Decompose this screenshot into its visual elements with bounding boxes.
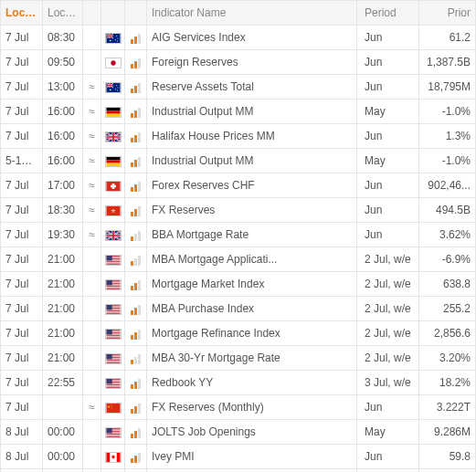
svg-rect-96: [106, 428, 111, 433]
table-row[interactable]: 7 Jul16:00≈Industrial Output MMMay-1.0%: [1, 100, 476, 124]
svg-rect-98: [106, 453, 110, 462]
table-row[interactable]: 5-12 Jul16:00≈Industrial Output MMMay-1.…: [1, 149, 476, 173]
cell-time: 21:00: [43, 272, 83, 297]
cell-date: 7 Jul: [1, 223, 43, 247]
svg-rect-51: [106, 310, 120, 311]
table-row[interactable]: 7 Jul21:00MBA Purchase Index2 Jul, w/e25…: [1, 297, 476, 321]
svg-point-6: [109, 39, 111, 41]
flag-jp-icon: [105, 58, 122, 68]
svg-point-3: [117, 37, 118, 38]
cell-period: May: [357, 149, 419, 173]
impact-bars-icon: [131, 304, 141, 315]
cell-period: Jun: [357, 173, 419, 198]
header-prior[interactable]: Prior: [419, 1, 476, 26]
cell-country: [101, 223, 125, 247]
header-row: Local Date▲ Local Time Indicator Name Pe…: [1, 1, 476, 26]
table-row[interactable]: 7 Jul17:00≈Forex Reserves CHFJun902,46..…: [1, 173, 476, 198]
table-row[interactable]: 7 Jul13:00≈Reserve Assets TotalJun18,795…: [1, 75, 476, 100]
svg-rect-82: [106, 404, 120, 413]
svg-rect-70: [106, 362, 120, 362]
cell-country: [101, 124, 125, 149]
table-row[interactable]: 8 Jul00:00Ivey PMI SAJun64.7: [1, 469, 476, 473]
cell-name: JOLTS Job Openings: [147, 420, 357, 445]
header-impact[interactable]: [125, 1, 147, 26]
cell-time: 00:00: [43, 469, 83, 473]
cell-impact: [125, 75, 147, 100]
flag-gb-icon: [105, 230, 122, 241]
header-period[interactable]: Period: [357, 1, 419, 26]
cell-time: 18:30: [43, 198, 83, 223]
header-approx[interactable]: [83, 1, 101, 26]
impact-bars-icon: [131, 403, 141, 414]
header-name[interactable]: Indicator Name: [147, 1, 357, 26]
table-row[interactable]: 8 Jul00:00Ivey PMIJun59.8: [1, 445, 476, 469]
cell-country: [101, 395, 125, 420]
header-country[interactable]: [101, 1, 125, 26]
table-row[interactable]: 7 Jul09:50Foreign ReservesJun1,387.5B: [1, 50, 476, 75]
cell-date: 7 Jul: [1, 198, 43, 223]
cell-name: Industrial Output MM: [147, 100, 357, 124]
svg-rect-99: [116, 453, 120, 462]
cell-date: 7 Jul: [1, 321, 43, 346]
table-row[interactable]: 7 Jul22:55Redbook YY3 Jul, w/e18.2%: [1, 371, 476, 395]
cell-prior: 1,387.5B: [419, 50, 476, 75]
cell-name: FX Reserves (Monthly): [147, 395, 357, 420]
flag-au-icon: [105, 33, 122, 44]
cell-name: MBA Purchase Index: [147, 297, 357, 321]
svg-rect-53: [106, 313, 120, 314]
svg-rect-72: [106, 354, 111, 359]
cell-approx: [83, 297, 101, 321]
table-row[interactable]: 7 Jul18:30≈FX ReservesJun494.5B: [1, 198, 476, 223]
table-row[interactable]: 7 Jul21:00Mortgage Market Index2 Jul, w/…: [1, 272, 476, 297]
table-row[interactable]: 7 Jul08:30AIG Services IndexJun61.2: [1, 26, 476, 50]
cell-date: 7 Jul: [1, 297, 43, 321]
cell-approx: ≈: [83, 124, 101, 149]
cell-name: Industrial Output MM: [147, 149, 357, 173]
cell-approx: [83, 420, 101, 445]
cell-period: Jun: [357, 445, 419, 469]
cell-impact: [125, 371, 147, 395]
table-row[interactable]: 7 Jul19:30≈BBA Mortgage RateJun3.62%: [1, 223, 476, 247]
header-time[interactable]: Local Time: [43, 1, 83, 26]
cell-date: 8 Jul: [1, 469, 43, 473]
svg-point-12: [117, 87, 118, 88]
cell-country: [101, 198, 125, 223]
cell-prior: 2,856.6: [419, 321, 476, 346]
cell-approx: [83, 371, 101, 395]
cell-country: [101, 469, 125, 473]
svg-rect-36: [106, 256, 111, 260]
table-row[interactable]: 8 Jul00:00JOLTS Job OpeningsMay9.286M: [1, 420, 476, 445]
cell-impact: [125, 100, 147, 124]
table-row[interactable]: 7 Jul21:00MBA 30-Yr Mortgage Rate2 Jul, …: [1, 346, 476, 371]
cell-prior: 3.62%: [419, 223, 476, 247]
cell-name: MBA Mortgage Applicati...: [147, 247, 357, 272]
cell-name: Ivey PMI SA: [147, 469, 357, 473]
table-row[interactable]: 7 Jul21:00MBA Mortgage Applicati...2 Jul…: [1, 247, 476, 272]
table-row[interactable]: 7 Jul≈FX Reserves (Monthly)Jun3.222T: [1, 395, 476, 420]
cell-date: 7 Jul: [1, 50, 43, 75]
flag-us-icon: [105, 427, 122, 438]
cell-period: 2 Jul, w/e: [357, 297, 419, 321]
cell-country: [101, 346, 125, 371]
cell-prior: 255.2: [419, 297, 476, 321]
approx-icon: ≈: [89, 179, 95, 192]
table-row[interactable]: 7 Jul16:00≈Halifax House Prices MMJun1.3…: [1, 124, 476, 149]
approx-icon: ≈: [89, 401, 95, 414]
svg-rect-61: [106, 337, 120, 338]
svg-rect-80: [106, 387, 120, 388]
impact-bars-icon: [131, 353, 141, 364]
svg-rect-79: [106, 386, 120, 387]
table-row[interactable]: 7 Jul21:00Mortgage Refinance Index2 Jul,…: [1, 321, 476, 346]
svg-rect-33: [106, 261, 120, 262]
svg-point-85: [111, 405, 112, 406]
cell-period: 2 Jul, w/e: [357, 321, 419, 346]
flag-au-icon: [105, 82, 122, 93]
flag-us-icon: [105, 304, 122, 315]
svg-rect-16: [106, 108, 120, 110]
impact-bars-icon: [131, 156, 141, 167]
impact-bars-icon: [131, 58, 141, 68]
cell-impact: [125, 198, 147, 223]
impact-bars-icon: [131, 452, 141, 463]
cell-time: 21:00: [43, 297, 83, 321]
header-date[interactable]: Local Date▲: [1, 1, 43, 26]
